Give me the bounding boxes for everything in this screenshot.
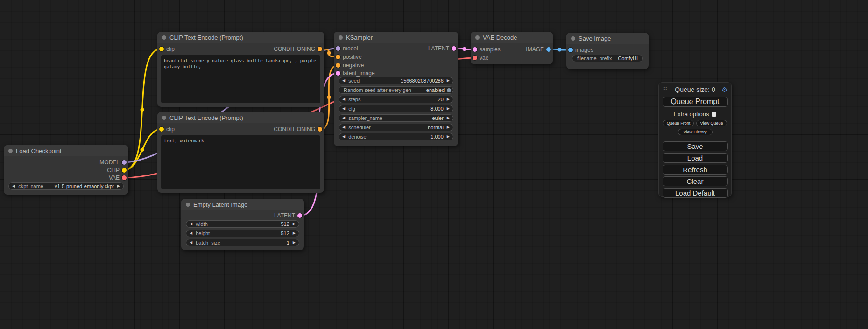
node-clip-text-encode-positive[interactable]: CLIP Text Encode (Prompt) clip CONDITION… — [157, 32, 324, 107]
decrement-arrow-icon[interactable]: ◀ — [186, 230, 196, 237]
increment-arrow-icon[interactable]: ▶ — [289, 230, 299, 237]
node-save-image[interactable]: Save Image images filename_prefix ComfyU… — [566, 33, 649, 69]
node-collapse-dot[interactable] — [571, 36, 575, 41]
conditioning-output-dot[interactable] — [318, 127, 322, 132]
increment-arrow-icon[interactable]: ▶ — [444, 96, 453, 103]
height-widget[interactable]: ◀ height 512 ▶ — [186, 230, 299, 237]
increment-arrow-icon[interactable]: ▶ — [444, 115, 453, 121]
node-title-bar[interactable]: KSampler — [334, 32, 458, 43]
node-empty-latent-image[interactable]: Empty Latent Image LATENT ◀ width 512 ▶ … — [181, 199, 304, 250]
node-collapse-dot[interactable] — [8, 149, 13, 153]
vae-output-dot[interactable] — [122, 175, 127, 180]
positive-prompt-textarea[interactable]: beautiful scenery nature glass bottle la… — [161, 55, 320, 103]
latent-output-dot[interactable] — [452, 46, 456, 51]
clip-input-dot[interactable] — [159, 127, 164, 132]
node-title-bar[interactable]: Load Checkpoint — [4, 145, 128, 156]
node-graph-canvas[interactable]: Load Checkpoint MODEL CLIP VAE ◀ ckpt_na… — [0, 0, 868, 329]
latent-output-dot[interactable] — [297, 213, 302, 218]
widget-label: cfg — [348, 106, 355, 112]
steps-widget[interactable]: ◀ steps 20 ▶ — [339, 96, 453, 103]
view-history-button[interactable]: View History — [678, 129, 713, 135]
node-collapse-dot[interactable] — [339, 35, 343, 40]
save-button[interactable]: Save — [663, 141, 728, 151]
samples-input-dot[interactable] — [473, 47, 477, 52]
increment-arrow-icon[interactable]: ▶ — [444, 133, 453, 140]
refresh-button[interactable]: Refresh — [663, 165, 728, 175]
widget-value: euler — [432, 115, 443, 121]
node-title-bar[interactable]: Empty Latent Image — [181, 199, 304, 210]
increment-arrow-icon[interactable]: ▶ — [444, 124, 453, 131]
negative-prompt-textarea[interactable]: text, watermark — [161, 135, 320, 189]
input-slot-clip: clip — [159, 125, 175, 133]
drag-handle-icon[interactable]: ⠿ — [663, 86, 668, 93]
link-midpoint-dot — [327, 96, 331, 99]
node-title-bar[interactable]: CLIP Text Encode (Prompt) — [157, 32, 324, 43]
node-collapse-dot[interactable] — [186, 203, 190, 207]
input-slot-latent-image: latent_image — [336, 69, 375, 77]
clip-output-dot[interactable] — [122, 168, 127, 173]
node-title-bar[interactable]: Save Image — [566, 33, 649, 44]
input-slot-images: images — [568, 46, 593, 54]
image-output-dot[interactable] — [546, 47, 551, 52]
decrement-arrow-icon[interactable]: ◀ — [186, 221, 196, 227]
batch-size-widget[interactable]: ◀ batch_size 1 ▶ — [186, 239, 299, 246]
settings-gear-icon[interactable]: ⚙ — [721, 86, 727, 93]
random-seed-toggle-widget[interactable]: Random seed after every gen enabled — [339, 86, 453, 94]
positive-input-dot[interactable] — [336, 55, 340, 59]
decrement-arrow-icon[interactable]: ◀ — [339, 77, 348, 84]
increment-arrow-icon[interactable]: ▶ — [114, 183, 123, 189]
node-ksampler[interactable]: KSampler model positive negative latent_… — [334, 32, 458, 146]
increment-arrow-icon[interactable]: ▶ — [444, 105, 453, 112]
decrement-arrow-icon[interactable]: ◀ — [186, 239, 196, 246]
denoise-widget[interactable]: ◀ denoise 1.000 ▶ — [339, 133, 453, 140]
queue-menu-panel[interactable]: ⠿ Queue size: 0 ⚙ Queue Prompt Extra opt… — [658, 82, 732, 197]
slot-label: clip — [166, 126, 175, 133]
increment-arrow-icon[interactable]: ▶ — [289, 221, 299, 227]
node-title-bar[interactable]: CLIP Text Encode (Prompt) — [157, 112, 324, 123]
vae-input-dot[interactable] — [473, 56, 477, 60]
decrement-arrow-icon[interactable]: ◀ — [339, 124, 348, 131]
node-collapse-dot[interactable] — [162, 35, 166, 40]
output-slot-model: MODEL — [99, 158, 127, 167]
decrement-arrow-icon[interactable]: ◀ — [339, 133, 348, 140]
scheduler-widget[interactable]: ◀ scheduler normal ▶ — [339, 124, 453, 131]
decrement-arrow-icon[interactable]: ◀ — [339, 96, 348, 103]
decrement-arrow-icon[interactable]: ◀ — [339, 115, 348, 121]
history-button-row: View History — [663, 129, 727, 135]
output-slot-conditioning: CONDITIONING — [274, 125, 322, 133]
view-queue-button[interactable]: View Queue — [696, 120, 727, 126]
queue-front-button[interactable]: Queue Front — [663, 120, 694, 126]
seed-widget[interactable]: ◀ seed 156680208700286 ▶ — [339, 77, 453, 84]
model-input-dot[interactable] — [336, 46, 340, 51]
load-button[interactable]: Load — [663, 153, 728, 163]
load-default-button[interactable]: Load Default — [663, 188, 728, 198]
decrement-arrow-icon[interactable]: ◀ — [339, 105, 348, 112]
increment-arrow-icon[interactable]: ▶ — [444, 77, 453, 84]
clear-button[interactable]: Clear — [663, 176, 728, 186]
toggle-indicator-dot[interactable] — [447, 88, 451, 92]
queue-prompt-button[interactable]: Queue Prompt — [663, 97, 728, 107]
node-collapse-dot[interactable] — [162, 116, 166, 120]
negative-input-dot[interactable] — [336, 63, 340, 68]
widget-label: batch_size — [196, 240, 220, 245]
queue-size-label: Queue size: 0 — [675, 86, 715, 93]
node-load-checkpoint[interactable]: Load Checkpoint MODEL CLIP VAE ◀ ckpt_na… — [4, 145, 128, 195]
clip-input-dot[interactable] — [159, 47, 164, 51]
images-input-dot[interactable] — [568, 48, 573, 52]
model-output-dot[interactable] — [122, 160, 127, 165]
node-vae-decode[interactable]: VAE Decode samples vae IMAGE — [471, 32, 553, 64]
cfg-widget[interactable]: ◀ cfg 8.000 ▶ — [339, 105, 453, 112]
link-midpoint-dot — [141, 148, 144, 152]
sampler-name-widget[interactable]: ◀ sampler_name euler ▶ — [339, 114, 453, 122]
width-widget[interactable]: ◀ width 512 ▶ — [186, 220, 299, 228]
node-clip-text-encode-negative[interactable]: CLIP Text Encode (Prompt) clip CONDITION… — [157, 112, 324, 193]
node-title-bar[interactable]: VAE Decode — [471, 32, 553, 43]
ckpt-name-widget[interactable]: ◀ ckpt_name v1-5-pruned-emaonly.ckpt ▶ — [8, 182, 124, 190]
increment-arrow-icon[interactable]: ▶ — [289, 239, 299, 246]
filename-prefix-widget[interactable]: filename_prefix ComfyUI — [572, 55, 643, 62]
decrement-arrow-icon[interactable]: ◀ — [9, 183, 18, 189]
conditioning-output-dot[interactable] — [318, 47, 322, 51]
extra-options-checkbox[interactable] — [712, 112, 716, 117]
latent-image-input-dot[interactable] — [336, 71, 340, 76]
node-collapse-dot[interactable] — [475, 35, 480, 40]
